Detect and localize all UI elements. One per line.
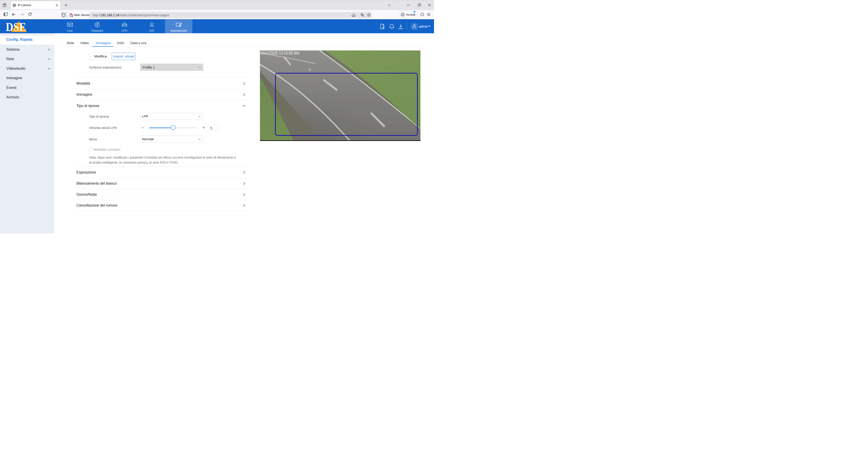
- svg-text:AI: AI: [152, 23, 154, 25]
- svg-text:DSE: DSE: [6, 21, 26, 32]
- svg-text:?: ?: [383, 27, 384, 29]
- svg-text:10/12/2025 13:10:05 Mer: 10/12/2025 13:10:05 Mer: [260, 51, 300, 55]
